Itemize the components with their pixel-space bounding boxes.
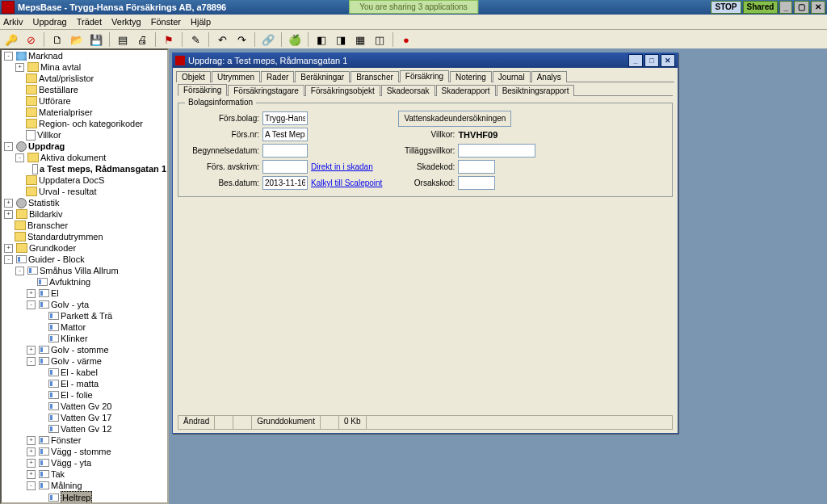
menu-fonster[interactable]: Fönster <box>151 17 181 27</box>
print-icon[interactable]: 🖨 <box>134 32 150 48</box>
shape3-icon[interactable]: ▦ <box>352 32 368 48</box>
no-entry-icon[interactable]: ⊘ <box>23 32 39 48</box>
menu-bar: Arkiv Uppdrag Trädet Verktyg Fönster Hjä… <box>0 15 827 30</box>
minimize-button[interactable]: _ <box>779 1 792 14</box>
save-icon[interactable]: 💾 <box>88 32 104 48</box>
preview-icon[interactable]: ▤ <box>115 32 131 48</box>
key-icon[interactable]: 🔑 <box>3 32 19 48</box>
menu-tradet[interactable]: Trädet <box>77 17 102 27</box>
shared-button[interactable]: Shared <box>743 1 779 14</box>
shape1-icon[interactable]: ◧ <box>313 32 330 48</box>
app-title: MepsBase - Trygg-Hansa Försäkrings AB, a… <box>18 2 226 12</box>
workspace: -Marknad +Mina avtal Avtal/prislistor Be… <box>0 48 827 50</box>
toolbar: 🔑 ⊘ 🗋 📂 💾 ▤ 🖨 ⚑ ✎ ↶ ↷ 🔗 🍏 ◧ ◨ ▦ ◫ ● <box>0 30 827 50</box>
brush-icon[interactable]: ✎ <box>187 32 204 48</box>
sharing-banner: You are sharing 3 applications <box>349 0 478 14</box>
menu-uppdrag[interactable]: Uppdrag <box>32 17 66 27</box>
close-button[interactable]: ✕ <box>811 1 825 14</box>
menu-verktyg[interactable]: Verktyg <box>111 17 141 27</box>
red-dot-icon[interactable]: ● <box>398 32 414 48</box>
menu-hjalp[interactable]: Hjälp <box>191 17 211 27</box>
window-controls: STOP Shared _ ▢ ✕ <box>711 1 825 14</box>
flag-icon[interactable]: ⚑ <box>161 32 177 48</box>
shape2-icon[interactable]: ◨ <box>333 32 349 48</box>
apple-icon[interactable]: 🍏 <box>287 32 303 48</box>
menu-arkiv[interactable]: Arkiv <box>3 17 23 27</box>
shape4-icon[interactable]: ◫ <box>372 32 388 48</box>
app-icon <box>2 1 15 14</box>
link-icon[interactable]: 🔗 <box>260 32 276 48</box>
maximize-button[interactable]: ▢ <box>794 1 809 14</box>
redo-icon[interactable]: ↷ <box>233 32 250 48</box>
new-icon[interactable]: 🗋 <box>49 32 65 48</box>
tree-pane[interactable]: -Marknad +Mina avtal Avtal/prislistor Be… <box>0 48 169 50</box>
stop-button[interactable]: STOP <box>711 1 741 14</box>
mdi-area: Uppdrag: a Test meps, Rådmansgatan 1 _ □… <box>169 48 827 50</box>
open-icon[interactable]: 📂 <box>69 32 85 48</box>
undo-icon[interactable]: ↶ <box>214 32 230 48</box>
